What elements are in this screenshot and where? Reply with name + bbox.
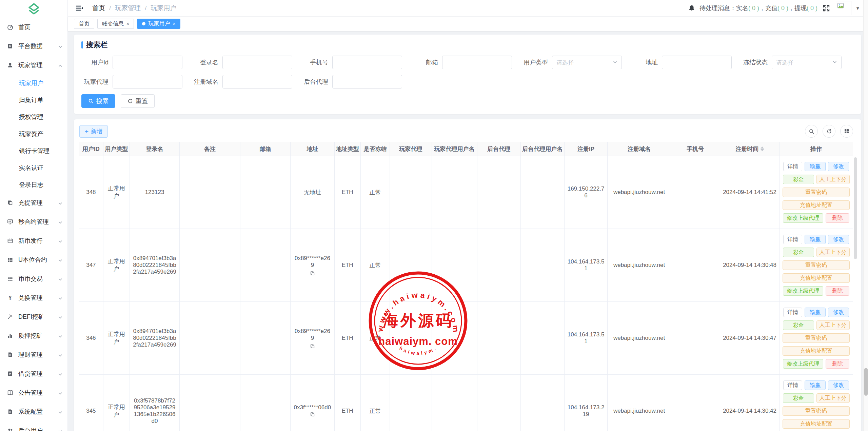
- sidebar-item-玩家管理[interactable]: 玩家管理: [0, 56, 67, 75]
- action-人工上下分[interactable]: 人工上下分: [816, 175, 850, 184]
- add-button[interactable]: + 新增: [79, 125, 108, 138]
- sidebar-item-公告管理[interactable]: 公告管理: [0, 383, 67, 402]
- fullscreen-icon[interactable]: [822, 4, 830, 12]
- sort-icons[interactable]: [761, 146, 764, 151]
- action-详情[interactable]: 详情: [783, 380, 802, 390]
- tab-close-icon[interactable]: ×: [173, 21, 175, 26]
- action-彩金[interactable]: 彩金: [783, 248, 814, 257]
- field-input-登录名[interactable]: [222, 56, 292, 69]
- breadcrumb-item[interactable]: 玩家用户: [151, 4, 177, 13]
- action-删除[interactable]: 删除: [826, 286, 849, 296]
- sidebar-item-币币交易[interactable]: 币币交易: [0, 269, 67, 288]
- action-详情[interactable]: 详情: [783, 162, 802, 171]
- action-输赢[interactable]: 输赢: [805, 235, 826, 244]
- tab-玩家用户[interactable]: 玩家用户×: [137, 19, 180, 29]
- action-输赢[interactable]: 输赢: [805, 162, 826, 171]
- action-人工上下分[interactable]: 人工上下分: [816, 393, 850, 403]
- sidebar-subitem-登录日志[interactable]: 登录日志: [0, 176, 67, 193]
- action-充值地址配置[interactable]: 充值地址配置: [783, 273, 850, 283]
- user-menu-caret-icon[interactable]: ▼: [855, 6, 860, 11]
- sidebar-item-充提管理[interactable]: 充提管理: [0, 193, 67, 212]
- action-修改上级代理[interactable]: 修改上级代理: [783, 359, 823, 369]
- sidebar-item-DEFI挖矿[interactable]: DEFI挖矿: [0, 307, 67, 326]
- action-删除[interactable]: 删除: [826, 213, 849, 223]
- action-修改[interactable]: 修改: [828, 380, 849, 390]
- copy-icon[interactable]: [310, 271, 315, 276]
- action-彩金[interactable]: 彩金: [783, 320, 814, 330]
- action-充值地址配置[interactable]: 充值地址配置: [783, 200, 850, 210]
- action-人工上下分[interactable]: 人工上下分: [816, 320, 850, 330]
- sidebar-subitem-玩家用户[interactable]: 玩家用户: [0, 75, 67, 92]
- sidebar-item-秒合约管理[interactable]: 秒合约管理: [0, 212, 67, 231]
- tab-账变信息[interactable]: 账变信息×: [97, 19, 134, 29]
- message-充值[interactable]: 充值( 0 ): [765, 5, 788, 12]
- action-删除[interactable]: 删除: [826, 359, 849, 369]
- search-button[interactable]: 搜索: [81, 94, 115, 108]
- sidebar-item-平台数据[interactable]: 平台数据: [0, 37, 67, 56]
- tab-首页[interactable]: 首页: [74, 19, 94, 29]
- action-彩金[interactable]: 彩金: [783, 175, 814, 184]
- app-window: 首页平台数据玩家管理玩家用户归集订单授权管理玩家资产银行卡管理实名认证登录日志充…: [0, 0, 868, 431]
- field-select-冻结状态[interactable]: 请选择: [772, 56, 842, 69]
- sidebar-item-系统配置[interactable]: 系统配置: [0, 402, 67, 421]
- page-scrollbar[interactable]: [863, 0, 868, 431]
- action-充值地址配置[interactable]: 充值地址配置: [783, 419, 850, 429]
- sidebar-subitem-授权管理[interactable]: 授权管理: [0, 109, 67, 125]
- action-重置密码[interactable]: 重置密码: [783, 188, 850, 197]
- sidebar-item-质押挖矿[interactable]: 质押挖矿: [0, 326, 67, 345]
- sidebar-item-新币发行[interactable]: 新币发行: [0, 231, 67, 250]
- action-修改上级代理[interactable]: 修改上级代理: [783, 286, 823, 296]
- sidebar-fold-icon[interactable]: [75, 4, 84, 13]
- reset-button[interactable]: 重置: [121, 94, 155, 108]
- avatar[interactable]: [836, 1, 851, 15]
- field-select-用户类型[interactable]: 请选择: [552, 56, 622, 69]
- field-input-地址[interactable]: [662, 56, 732, 69]
- tab-close-icon[interactable]: ×: [126, 21, 129, 26]
- action-修改[interactable]: 修改: [828, 235, 849, 244]
- table-scrollbar[interactable]: [854, 142, 857, 431]
- action-重置密码[interactable]: 重置密码: [783, 333, 850, 343]
- action-输赢[interactable]: 输赢: [805, 380, 826, 390]
- action-详情[interactable]: 详情: [783, 308, 802, 317]
- column-settings-icon[interactable]: [840, 125, 853, 138]
- field-input-注册域名[interactable]: [222, 75, 292, 89]
- sidebar-item-首页[interactable]: 首页: [0, 18, 67, 37]
- sidebar-item-兑换管理[interactable]: ¥兑换管理: [0, 288, 67, 307]
- field-input-邮箱[interactable]: [442, 56, 512, 69]
- copy-icon[interactable]: [310, 344, 315, 349]
- field-input-玩家代理[interactable]: [113, 75, 182, 89]
- table-scrollbar-thumb[interactable]: [854, 157, 857, 259]
- action-修改上级代理[interactable]: 修改上级代理: [783, 213, 823, 223]
- bell-icon[interactable]: [688, 4, 695, 12]
- message-实名[interactable]: 实名( 0 ): [736, 5, 759, 12]
- action-修改[interactable]: 修改: [828, 162, 849, 171]
- copy-icon[interactable]: [310, 412, 315, 417]
- sidebar-item-借贷管理[interactable]: 借贷管理: [0, 364, 67, 383]
- table-search-toggle-icon[interactable]: [805, 125, 818, 138]
- action-输赢[interactable]: 输赢: [805, 308, 826, 317]
- action-重置密码[interactable]: 重置密码: [783, 260, 850, 270]
- sidebar-subitem-银行卡管理[interactable]: 银行卡管理: [0, 142, 67, 159]
- breadcrumb-item[interactable]: 首页: [92, 4, 105, 13]
- action-修改[interactable]: 修改: [828, 308, 849, 317]
- sidebar-item-后台用户[interactable]: 后台用户: [0, 421, 67, 431]
- action-重置密码[interactable]: 重置密码: [783, 406, 850, 416]
- field-input-手机号[interactable]: [332, 56, 402, 69]
- sidebar-item-label: 系统配置: [18, 408, 58, 416]
- action-详情[interactable]: 详情: [783, 235, 802, 244]
- sidebar-subitem-归集订单[interactable]: 归集订单: [0, 92, 67, 109]
- field-input-用户Id[interactable]: [113, 56, 182, 69]
- action-充值地址配置[interactable]: 充值地址配置: [783, 346, 850, 356]
- message-提现[interactable]: 提现( 0 ): [794, 5, 817, 12]
- action-彩金[interactable]: 彩金: [783, 393, 814, 403]
- sidebar-item-U本位合约[interactable]: U本位合约: [0, 250, 67, 269]
- sidebar-subitem-实名认证[interactable]: 实名认证: [0, 159, 67, 176]
- breadcrumb-item[interactable]: 玩家管理: [115, 4, 141, 13]
- action-人工上下分[interactable]: 人工上下分: [816, 248, 850, 257]
- sidebar-subitem-玩家资产[interactable]: 玩家资产: [0, 125, 67, 142]
- table-refresh-icon[interactable]: [823, 125, 835, 138]
- page-scrollbar-thumb[interactable]: [864, 368, 868, 396]
- field-input-后台代理[interactable]: [332, 75, 402, 89]
- search-field-玩家代理: 玩家代理: [81, 75, 182, 89]
- sidebar-item-理财管理[interactable]: 理财管理: [0, 345, 67, 364]
